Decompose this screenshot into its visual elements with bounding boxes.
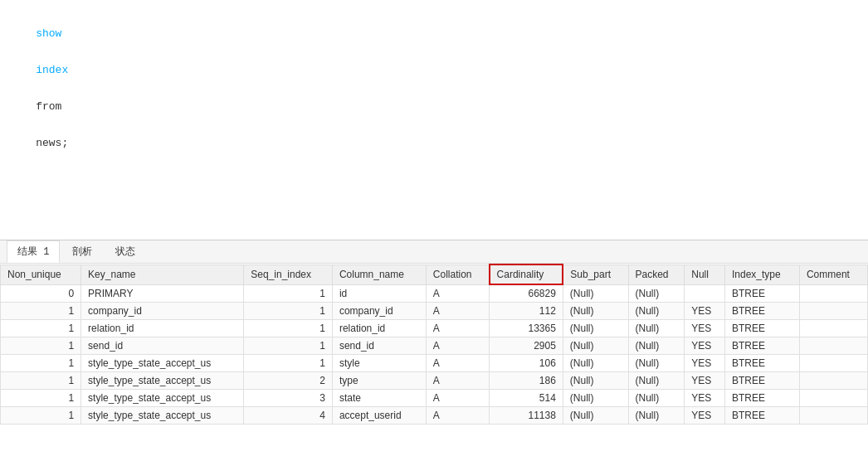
table-row[interactable]: 1 style_type_state_accept_us 2 type A 18… <box>1 372 868 390</box>
cell-key-name: style_type_state_accept_us <box>81 372 244 390</box>
cell-column-name: relation_id <box>332 320 426 337</box>
col-packed: Packed <box>628 264 685 284</box>
tab-status[interactable]: 状态 <box>105 240 146 263</box>
cell-cardinality: 186 <box>490 372 563 390</box>
col-cardinality: Cardinality <box>490 264 563 284</box>
tab-profiling[interactable]: 剖析 <box>61 240 103 263</box>
table-row[interactable]: 0 PRIMARY 1 id A 66829 (Null) (Null) BTR… <box>1 284 868 303</box>
cell-seq-in-index: 4 <box>244 407 333 425</box>
cell-key-name: relation_id <box>81 320 244 337</box>
cell-collation: A <box>426 390 489 407</box>
cell-cardinality: 11138 <box>490 407 563 425</box>
cell-comment <box>799 303 867 320</box>
cell-index-type: BTREE <box>724 337 799 355</box>
cell-packed: (Null) <box>628 303 685 320</box>
cell-non-unique: 1 <box>1 407 81 425</box>
cell-comment <box>799 337 867 355</box>
cell-column-name: state <box>332 390 426 407</box>
cell-non-unique: 1 <box>1 320 81 337</box>
code-editor[interactable]: show index from news; <box>0 0 868 240</box>
col-key-name: Key_name <box>81 264 244 284</box>
cell-collation: A <box>426 320 489 337</box>
cell-collation: A <box>426 337 489 355</box>
cell-cardinality: 514 <box>490 390 563 407</box>
cell-collation: A <box>426 284 489 303</box>
cell-key-name: style_type_state_accept_us <box>81 407 244 425</box>
cell-comment <box>799 284 867 303</box>
cell-column-name: send_id <box>332 337 426 355</box>
col-comment: Comment <box>799 264 867 284</box>
cell-cardinality: 13365 <box>490 320 563 337</box>
cell-non-unique: 0 <box>1 284 81 303</box>
results-area[interactable]: Non_unique Key_name Seq_in_index Column_… <box>0 264 868 461</box>
cell-null: YES <box>685 390 725 407</box>
cell-non-unique: 1 <box>1 337 81 355</box>
cell-null: YES <box>685 407 725 425</box>
cell-column-name: type <box>332 372 426 390</box>
table-row[interactable]: 1 style_type_state_accept_us 1 style A 1… <box>1 355 868 372</box>
cell-index-type: BTREE <box>724 320 799 337</box>
cell-seq-in-index: 2 <box>244 372 333 390</box>
cell-non-unique: 1 <box>1 355 81 372</box>
cell-null: YES <box>685 355 725 372</box>
cell-packed: (Null) <box>628 407 685 425</box>
index-table: Non_unique Key_name Seq_in_index Column_… <box>0 264 868 425</box>
cell-index-type: BTREE <box>724 284 799 303</box>
cell-collation: A <box>426 355 489 372</box>
cell-null: YES <box>685 372 725 390</box>
cell-key-name: style_type_state_accept_us <box>81 355 244 372</box>
table-row[interactable]: 1 style_type_state_accept_us 3 state A 5… <box>1 390 868 407</box>
cell-seq-in-index: 1 <box>244 303 333 320</box>
table-row[interactable]: 1 style_type_state_accept_us 4 accept_us… <box>1 407 868 425</box>
table-row[interactable]: 1 send_id 1 send_id A 2905 (Null) (Null)… <box>1 337 868 355</box>
cell-seq-in-index: 1 <box>244 284 333 303</box>
cell-null: YES <box>685 337 725 355</box>
cell-seq-in-index: 1 <box>244 355 333 372</box>
cell-cardinality: 2905 <box>490 337 563 355</box>
cell-seq-in-index: 1 <box>244 320 333 337</box>
cell-comment <box>799 355 867 372</box>
cell-index-type: BTREE <box>724 390 799 407</box>
cell-sub-part: (Null) <box>563 320 628 337</box>
keyword-from: from <box>36 100 61 113</box>
cell-key-name: company_id <box>81 303 244 320</box>
cell-comment <box>799 372 867 390</box>
keyword-show: show <box>36 27 61 40</box>
col-index-type: Index_type <box>724 264 799 284</box>
col-seq-in-index: Seq_in_index <box>244 264 333 284</box>
col-collation: Collation <box>426 264 489 284</box>
cell-cardinality: 106 <box>490 355 563 372</box>
cell-packed: (Null) <box>628 337 685 355</box>
cell-seq-in-index: 1 <box>244 337 333 355</box>
col-non-unique: Non_unique <box>1 264 81 284</box>
cell-non-unique: 1 <box>1 303 81 320</box>
cell-key-name: PRIMARY <box>81 284 244 303</box>
cell-sub-part: (Null) <box>563 355 628 372</box>
code-line-1: show index from news; <box>10 7 858 171</box>
cell-packed: (Null) <box>628 355 685 372</box>
cell-seq-in-index: 3 <box>244 390 333 407</box>
col-column-name: Column_name <box>332 264 426 284</box>
cell-collation: A <box>426 372 489 390</box>
table-row[interactable]: 1 company_id 1 company_id A 112 (Null) (… <box>1 303 868 320</box>
cell-index-type: BTREE <box>724 372 799 390</box>
cell-non-unique: 1 <box>1 390 81 407</box>
cell-sub-part: (Null) <box>563 407 628 425</box>
tab-results[interactable]: 结果 1 <box>7 240 60 263</box>
cell-column-name: accept_userid <box>332 407 426 425</box>
table-row[interactable]: 1 relation_id 1 relation_id A 13365 (Nul… <box>1 320 868 337</box>
cell-packed: (Null) <box>628 284 685 303</box>
cell-collation: A <box>426 303 489 320</box>
cell-column-name: company_id <box>332 303 426 320</box>
cell-sub-part: (Null) <box>563 372 628 390</box>
cell-sub-part: (Null) <box>563 390 628 407</box>
cell-comment <box>799 390 867 407</box>
cell-null: YES <box>685 320 725 337</box>
cell-null <box>685 284 725 303</box>
col-null: Null <box>685 264 725 284</box>
cell-collation: A <box>426 407 489 425</box>
cell-sub-part: (Null) <box>563 284 628 303</box>
cell-key-name: send_id <box>81 337 244 355</box>
cell-cardinality: 112 <box>490 303 563 320</box>
cell-index-type: BTREE <box>724 355 799 372</box>
